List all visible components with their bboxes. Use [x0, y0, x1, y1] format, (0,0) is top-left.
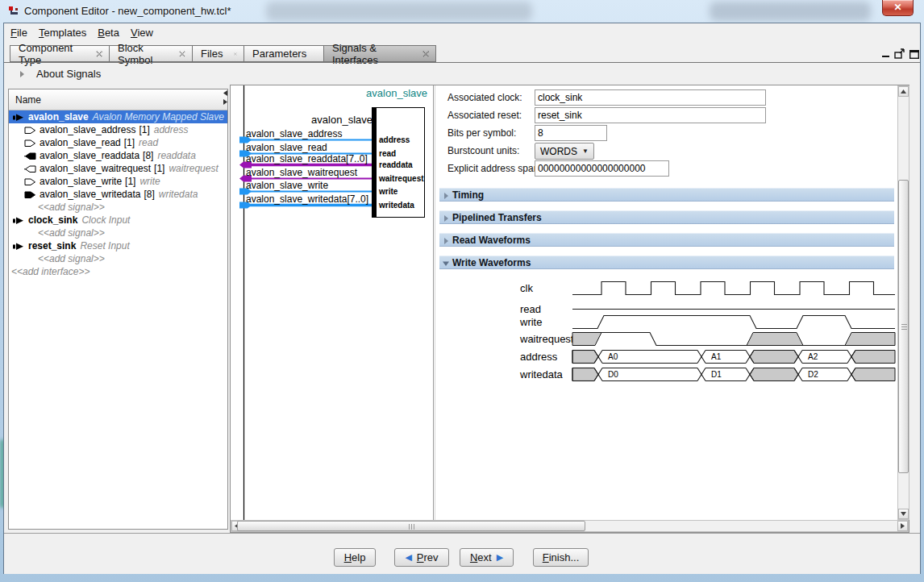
wave-row-label: read: [520, 303, 541, 315]
tab-close-icon[interactable]: [422, 50, 429, 58]
help-button[interactable]: Help: [334, 548, 376, 567]
triangle-right-icon: [443, 193, 449, 199]
tree-add-signal[interactable]: <<add signal>>: [9, 252, 227, 265]
prev-button[interactable]: ◀Prev: [394, 548, 449, 567]
menu-beta[interactable]: Beta: [92, 25, 125, 41]
tree-item-avalon_slave_read[interactable]: avalon_slave_read[1]read: [9, 136, 227, 149]
tab-block-symbol[interactable]: Block Symbol: [109, 45, 193, 62]
splitter-handle[interactable]: [223, 89, 228, 106]
tree-item-width: [1]: [124, 137, 135, 148]
tree-item-avalon_slave_readdata[interactable]: avalon_slave_readdata[8]readdata: [9, 149, 227, 162]
tree-add-signal[interactable]: <<add signal>>: [9, 201, 227, 214]
tab-component-type[interactable]: Component Type: [10, 45, 110, 62]
button-label: Next: [470, 551, 492, 563]
section-pipelined-transfers[interactable]: Pipelined Transfers: [439, 210, 894, 224]
tree-item-reset_sink[interactable]: reset_sinkReset Input: [9, 239, 227, 252]
burstcount-units-select[interactable]: WORDS▼: [535, 143, 594, 160]
tree-item-name: avalon_slave: [28, 111, 89, 123]
section-write-waveforms[interactable]: Write Waveforms: [439, 256, 894, 269]
fld-associated-reset-label: Associated reset:: [447, 110, 522, 121]
scroll-down-button[interactable]: [898, 509, 909, 519]
dont-care-block: [851, 368, 895, 381]
tab-close-icon[interactable]: [234, 50, 237, 58]
finish-button[interactable]: Finish...: [533, 548, 589, 567]
menu-file[interactable]: File: [5, 25, 33, 41]
port-out-icon: [24, 139, 36, 148]
tree-item-avalon_slave_waitrequest[interactable]: avalon_slave_waitrequest[1]waitrequest: [9, 162, 227, 175]
tab-signals-interfaces[interactable]: Signals & Interfaces: [323, 45, 436, 62]
tab-close-icon[interactable]: [179, 50, 185, 58]
menu-bar: FileTemplatesBetaView: [5, 25, 159, 41]
expand-arrow-icon[interactable]: [20, 71, 24, 77]
tab-close-icon[interactable]: [96, 50, 102, 58]
menu-view[interactable]: View: [125, 25, 159, 41]
tree-item-role: readdata: [157, 150, 195, 161]
digital-wave: [601, 333, 747, 346]
fld-associated-clock-input[interactable]: [535, 89, 766, 106]
wave-row-waitrequest: [572, 333, 895, 346]
vertical-scrollbar-thumb[interactable]: [898, 180, 909, 473]
about-signals-label: About Signals: [36, 68, 101, 80]
tree-item-role: address: [154, 124, 189, 135]
tree-item-clock_sink[interactable]: clock_sinkClock Input: [9, 214, 227, 227]
tree-item-avalon_slave[interactable]: avalon_slaveAvalon Memory Mapped Slave: [9, 110, 227, 123]
wave-row-label: clk: [520, 282, 533, 294]
horizontal-scrollbar-thumb[interactable]: [237, 521, 585, 531]
title-bar[interactable]: Component Editor - new_component_hw.tcl*…: [0, 0, 924, 23]
section-label: Write Waveforms: [452, 257, 531, 268]
fld-associated-reset-input[interactable]: [535, 107, 766, 123]
dont-care-block: [747, 333, 803, 346]
tree-item-avalon_slave_writedata[interactable]: avalon_slave_writedata[8]writedata: [9, 188, 227, 201]
horizontal-scrollbar[interactable]: [231, 520, 909, 532]
interface-icon: [13, 243, 25, 251]
fld-explicit-address-span-input[interactable]: [535, 160, 669, 177]
tree-add-interface[interactable]: <<add interface>>: [9, 265, 227, 278]
tree-item-avalon_slave_address[interactable]: avalon_slave_address[1]address: [9, 123, 227, 136]
next-button[interactable]: Next▶: [460, 548, 514, 567]
button-label: Prev: [417, 551, 439, 563]
wave-row-writedata: D0D1D2: [572, 368, 895, 381]
dont-care-block: [851, 351, 895, 364]
bus-value-label: D2: [808, 370, 818, 379]
wave-row-address: A0A1A2: [572, 351, 895, 364]
wave-row-label: waitrequest: [519, 333, 574, 345]
maximize-icon[interactable]: [909, 50, 919, 59]
about-signals-bar[interactable]: About Signals: [4, 64, 920, 84]
tree-column-header[interactable]: Name: [9, 89, 227, 110]
wave-row-label: write: [519, 316, 542, 328]
minimize-icon[interactable]: [882, 56, 889, 57]
tree-item-name: avalon_slave_readdata: [40, 150, 139, 161]
interface-icon: [13, 217, 25, 225]
fld-bits-per-symbol-label: Bits per symbol:: [447, 127, 516, 139]
tab-parameters[interactable]: Parameters: [243, 45, 324, 62]
tab-files[interactable]: Files: [192, 45, 244, 62]
fld-explicit-address-span-label: Explicit address span:: [447, 163, 542, 174]
section-label: Pipelined Transfers: [452, 212, 542, 223]
tree-item-width: [8]: [143, 150, 153, 161]
vertical-scrollbar[interactable]: [897, 85, 909, 520]
tree-add-signal[interactable]: <<add signal>>: [9, 227, 227, 239]
close-button[interactable]: ✕: [882, 0, 914, 16]
triangle-right-icon: [443, 238, 449, 244]
port-signal-label: avalon_slave_write: [246, 180, 328, 191]
tree-item-name: <<add signal>>: [38, 227, 105, 239]
tree-item-avalon_slave_write[interactable]: avalon_slave_write[1]write: [9, 175, 227, 188]
interface-icon: [13, 114, 25, 122]
wave-row-label: writedata: [519, 368, 564, 380]
menu-templates[interactable]: Templates: [33, 25, 92, 41]
arrow-down-icon: [901, 512, 906, 516]
section-read-waveforms[interactable]: Read Waveforms: [439, 233, 894, 247]
fld-bits-per-symbol-input[interactable]: [535, 125, 607, 141]
panel-divider[interactable]: [433, 85, 434, 520]
tree-item-width: [8]: [144, 189, 154, 200]
component-editor-window: Component Editor - new_component_hw.tcl*…: [0, 0, 924, 582]
float-window-icon[interactable]: [894, 48, 906, 60]
box-port-label: readdata: [379, 160, 413, 169]
scroll-right-button[interactable]: [897, 521, 908, 531]
scroll-up-button[interactable]: [898, 86, 909, 97]
tab-strip: Component TypeBlock SymbolFilesParameter…: [10, 45, 435, 62]
section-timing[interactable]: Timing: [439, 188, 894, 202]
chevron-down-icon: ▼: [582, 148, 589, 155]
mdi-window-controls: [877, 48, 919, 61]
button-label: Help: [344, 551, 366, 563]
